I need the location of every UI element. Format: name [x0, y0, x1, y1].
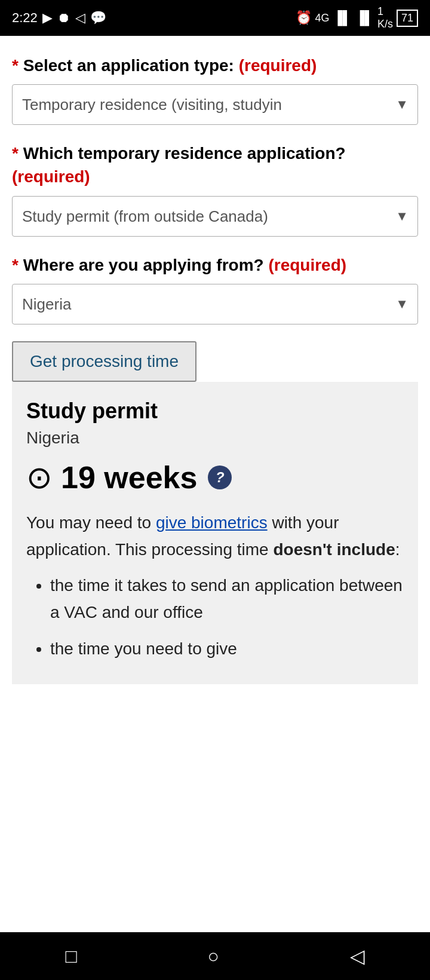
- list-item: the time it takes to send an application…: [50, 572, 404, 626]
- required-star-2: *: [12, 144, 23, 163]
- required-text-2: (required): [12, 167, 90, 186]
- nav-circle-button[interactable]: ○: [190, 939, 237, 973]
- help-icon[interactable]: ?: [208, 466, 232, 489]
- main-content: * Select an application type: (required)…: [0, 36, 430, 684]
- status-right: ⏰ 4G ▐▌ ▐▌ 1K/s 71: [296, 5, 418, 30]
- required-star-1: *: [12, 56, 23, 75]
- country-wrapper: Nigeria ▼: [12, 284, 418, 324]
- get-processing-time-button[interactable]: Get processing time: [12, 341, 196, 382]
- application-type-select[interactable]: Temporary residence (visiting, studyin: [12, 84, 418, 125]
- country-select[interactable]: Nigeria: [12, 284, 418, 324]
- body-part1: You may need to: [26, 513, 156, 532]
- label-application-type: * Select an application type: (required): [12, 54, 418, 77]
- signal-bars2-icon: ▐▌: [355, 10, 374, 26]
- chat-icon: 💬: [90, 10, 106, 26]
- biometrics-link[interactable]: give biometrics: [156, 513, 268, 532]
- record-icon: ⏺: [57, 10, 70, 26]
- nav-square-button[interactable]: □: [47, 939, 94, 973]
- doesnt-include-text: doesn't include: [273, 540, 395, 559]
- result-country: Nigeria: [26, 428, 404, 448]
- time-display: 2:22: [12, 10, 38, 26]
- result-biometrics-text: You may need to give biometrics with you…: [26, 510, 404, 564]
- play-icon: ▶: [42, 10, 53, 26]
- result-weeks: 19 weeks: [61, 460, 197, 495]
- label-applying-from: * Where are you applying from? (required…: [12, 253, 418, 277]
- clock-icon: ⊙: [26, 460, 53, 495]
- required-star-3: *: [12, 256, 23, 274]
- label-temp-residence: * Which temporary residence application?…: [12, 142, 418, 188]
- temp-residence-select[interactable]: Study permit (from outside Canada): [12, 196, 418, 237]
- result-time-row: ⊙ 19 weeks ?: [26, 460, 404, 495]
- body-part3: :: [395, 540, 400, 559]
- navigation-bar: □ ○ ◁: [0, 932, 430, 980]
- exclusions-list: the time it takes to send an application…: [26, 572, 404, 662]
- result-box: Study permit Nigeria ⊙ 19 weeks ? You ma…: [12, 382, 418, 684]
- result-title: Study permit: [26, 399, 404, 424]
- battery-icon: 71: [397, 10, 418, 27]
- signal-bars-icon: ▐▌: [333, 10, 352, 26]
- alarm-icon: ⏰: [296, 10, 312, 26]
- nav-back-button[interactable]: ◁: [332, 939, 383, 973]
- signal-4g-icon: 4G: [315, 12, 330, 24]
- required-text-1: (required): [239, 56, 317, 75]
- send-icon: ◁: [75, 10, 85, 26]
- list-item: the time you need to give: [50, 636, 404, 663]
- application-type-wrapper: Temporary residence (visiting, studyin ▼: [12, 84, 418, 125]
- temp-residence-wrapper: Study permit (from outside Canada) ▼: [12, 196, 418, 237]
- status-bar: 2:22 ▶ ⏺ ◁ 💬 ⏰ 4G ▐▌ ▐▌ 1K/s 71: [0, 0, 430, 36]
- data-speed-icon: 1K/s: [377, 5, 393, 30]
- required-text-3: (required): [268, 256, 346, 274]
- status-left: 2:22 ▶ ⏺ ◁ 💬: [12, 10, 106, 26]
